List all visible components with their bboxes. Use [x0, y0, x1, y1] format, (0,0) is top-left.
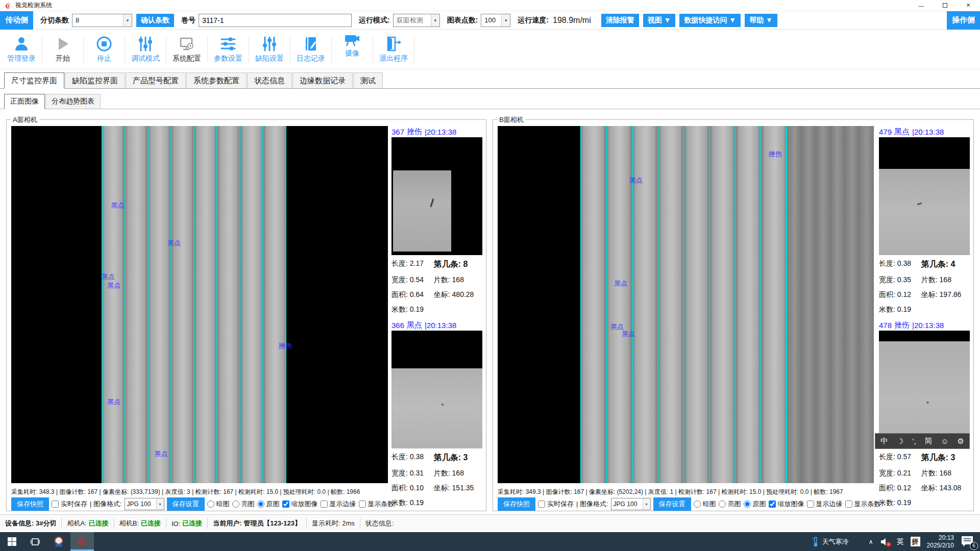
notification-center-button[interactable]: 6 [961, 535, 976, 548]
icon-toolbar: 管理登录 开始 停止 调试模式 系统配置 [0, 30, 980, 69]
debug-mode-button[interactable]: 调试模式 [127, 35, 164, 63]
monitor-gear-icon [178, 35, 195, 53]
snipping-app-button[interactable] [47, 532, 70, 551]
defect-card[interactable]: 479 黑点 |20:13:38 长度: 0.38 第几条: 4 宽度: 0.3… [879, 126, 971, 314]
realtime-save-checkbox[interactable] [538, 500, 545, 508]
show-strips-checkbox[interactable] [359, 500, 366, 508]
clock[interactable]: 20:13 2025/2/10 [927, 534, 954, 549]
app-logo-icon [4, 2, 12, 10]
camera-a-title: A面相机 [11, 115, 39, 124]
defect-settings-button[interactable]: 缺陷设置 [251, 35, 288, 63]
tab-size-monitor[interactable]: 尺寸监控界面 [4, 72, 64, 89]
quick-access-menu-button[interactable]: 数据快捷访问 ▼ [679, 14, 741, 27]
divider [249, 36, 249, 63]
original-image-radio[interactable] [257, 500, 264, 508]
camera-a-conn-state: 已连接 [89, 519, 109, 528]
confirm-count-button[interactable]: 确认条数 [136, 14, 174, 27]
image-format-dropdown[interactable]: JPG 100 ▾ [125, 498, 164, 510]
task-view-button[interactable] [23, 532, 47, 551]
camera-a-live-image[interactable]: 黑点 黑点 黑点 黑点 挫伤 黑点 黑点 [11, 126, 388, 483]
drive-side-button[interactable]: 传动侧 [0, 11, 33, 30]
zoom-image-checkbox[interactable] [282, 500, 289, 508]
tab-status-info[interactable]: 状态信息 [247, 72, 292, 88]
image-format-dropdown[interactable]: JPG 100 ▾ [611, 498, 651, 510]
system-config-button[interactable]: 系统配置 [168, 35, 205, 63]
dark-image-radio[interactable] [207, 500, 214, 508]
roll-label: 卷号 [181, 16, 195, 25]
start-button[interactable] [0, 532, 23, 551]
help-menu-button[interactable]: 帮助 ▼ [745, 14, 777, 27]
volume-muted-icon[interactable]: × [880, 538, 890, 546]
save-settings-button[interactable]: 保存设置 [167, 497, 205, 511]
ime-settings-gear-icon[interactable]: ⚙ [958, 437, 964, 446]
ime-chinese-mode[interactable]: 中 [880, 436, 888, 446]
operator-side-button[interactable]: 操作侧 [947, 11, 980, 30]
tab-product-model-config[interactable]: 产品型号配置 [126, 72, 186, 88]
log-record-button[interactable]: 日志记录 [292, 35, 329, 63]
io-conn-state: 已连接 [182, 519, 202, 528]
defect-card[interactable]: 366 黑点 |20:13:38 长度: 0.38 第几条: 3 宽度: 0.3… [391, 319, 483, 508]
realtime-save-checkbox[interactable] [52, 500, 59, 508]
save-settings-button[interactable]: 保存设置 [653, 497, 691, 511]
punctuation-mode-icon[interactable]: ’, [912, 437, 916, 445]
moon-icon[interactable]: ☽ [897, 437, 903, 446]
dark-image-radio[interactable] [694, 500, 701, 508]
slit-count-dropdown[interactable]: 8 ▾ [72, 14, 132, 27]
parameter-settings-button[interactable]: 参数设置 [210, 35, 247, 63]
stop-button[interactable]: 停止 [86, 35, 122, 63]
current-user: 当前用户: 管理员【123-123】 [208, 518, 307, 529]
tray-expand-chevron[interactable]: ∧ [869, 538, 873, 545]
original-image-radio[interactable] [744, 500, 751, 508]
close-button[interactable]: ✕ [957, 0, 980, 11]
coord-value: 480.28 [452, 290, 474, 298]
tab-distribution-trend-chart[interactable]: 分布趋势图表 [45, 94, 101, 109]
notification-badge: 6 [970, 542, 978, 550]
chart-points-dropdown[interactable]: 100 ▾ [481, 14, 510, 27]
camera-b-live-image[interactable]: 挫伤 黑点 黑点 黑点 黑点 [498, 126, 874, 483]
tab-edge-data-record[interactable]: 边缘数据记录 [292, 72, 353, 88]
bright-image-radio[interactable] [232, 500, 239, 508]
minimize-button[interactable]: — [910, 0, 933, 11]
maximize-button[interactable] [933, 0, 957, 11]
strip-region-ext [787, 126, 874, 483]
pieces-value: 168 [452, 276, 464, 284]
weather-widget[interactable]: 天气寒冷 [812, 537, 849, 547]
save-snapshot-button[interactable]: 保存快照 [498, 497, 535, 511]
show-strips-checkbox[interactable] [845, 500, 852, 508]
clear-alarm-button[interactable]: 清除报警 [601, 14, 639, 27]
defect-card[interactable]: 367 挫伤 |20:13:38 长度: 2.17 第几条: 8 宽度: 0.5… [391, 126, 483, 314]
ime-indicator[interactable]: 拼 [911, 537, 920, 546]
length-value: 2.17 [410, 259, 424, 267]
start-button[interactable]: 开始 [44, 35, 81, 63]
tab-test[interactable]: 测试 [353, 72, 383, 88]
bright-image-radio[interactable] [719, 500, 726, 508]
defect-type: 黑点 [894, 127, 910, 137]
area-value: 0.10 [410, 484, 424, 492]
defect-mark: 黑点 [614, 279, 627, 288]
defect-mark: 挫伤 [769, 149, 782, 159]
run-mode-dropdown[interactable]: 双面检测 ▾ [393, 14, 440, 27]
tab-front-image[interactable]: 正面图像 [4, 94, 45, 109]
defect-type: 黑点 [407, 320, 422, 330]
view-menu-button[interactable]: 视图 ▼ [643, 14, 676, 27]
admin-login-button[interactable]: 管理登录 [3, 35, 40, 63]
show-edge-checkbox[interactable] [807, 500, 814, 508]
tab-system-param-config[interactable]: 系统参数配置 [186, 72, 247, 88]
show-edge-checkbox[interactable] [321, 500, 328, 508]
defect-card[interactable]: 478 挫伤 |20:13:38 长度: 0.57 第几条: 3 宽度: 0.2… [879, 319, 971, 508]
pieces-value: 168 [940, 276, 951, 284]
exit-program-button[interactable]: 退出程序 [375, 35, 412, 63]
language-indicator[interactable]: 英 [897, 537, 904, 546]
ime-language-bar[interactable]: 中 ☽ ’, 简 ☺ ⚙ [875, 433, 970, 449]
zoom-image-checkbox[interactable] [769, 500, 776, 508]
simplified-mode[interactable]: 简 [924, 436, 932, 446]
divider [166, 36, 166, 63]
roll-number-input[interactable] [199, 14, 352, 27]
tab-defect-monitor[interactable]: 缺陷监控界面 [65, 72, 125, 88]
camera-capture-button[interactable]: 摄像 [334, 32, 371, 58]
exit-door-icon [385, 35, 402, 53]
vision-app-button[interactable] [70, 532, 94, 551]
emoji-icon[interactable]: ☺ [941, 437, 948, 445]
divider [331, 36, 332, 63]
save-snapshot-button[interactable]: 保存快照 [11, 497, 49, 511]
